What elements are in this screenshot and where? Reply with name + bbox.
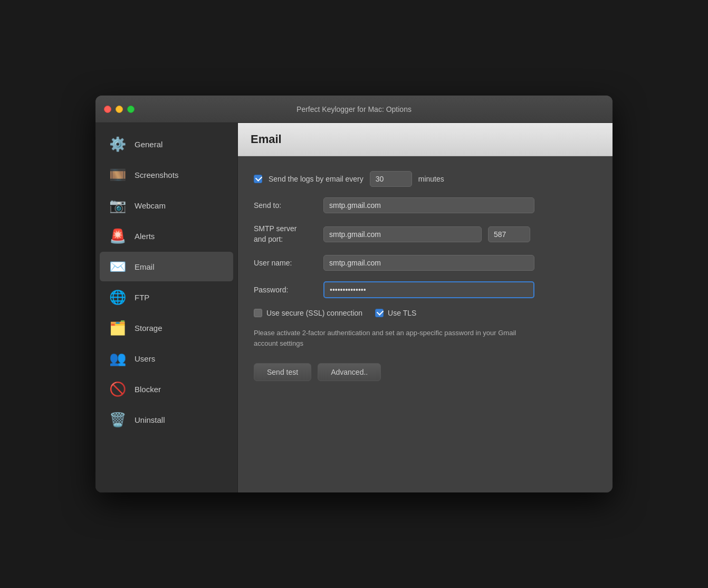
general-icon: ⚙️ bbox=[108, 135, 127, 154]
panel-title: Email bbox=[251, 132, 282, 146]
sidebar-label-blocker: Blocker bbox=[135, 385, 161, 394]
uninstall-icon: 🗑️ bbox=[108, 410, 127, 429]
users-icon: 👥 bbox=[108, 349, 127, 368]
sidebar-item-uninstall[interactable]: 🗑️Uninstall bbox=[100, 405, 233, 434]
window-title: Perfect Keylogger for Mac: Options bbox=[296, 105, 412, 113]
panel-header: Email bbox=[238, 123, 613, 156]
sidebar-item-email[interactable]: ✉️Email bbox=[100, 252, 233, 281]
sidebar-label-uninstall: Uninstall bbox=[135, 415, 165, 424]
password-row: Password: bbox=[254, 281, 597, 298]
sidebar: ⚙️General🎞️Screenshots📷Webcam🚨Alerts✉️Em… bbox=[95, 123, 238, 492]
send-to-row: Send to: bbox=[254, 197, 597, 213]
smtp-server-input[interactable] bbox=[323, 226, 482, 242]
sidebar-item-blocker[interactable]: 🚫Blocker bbox=[100, 374, 233, 404]
sidebar-item-webcam[interactable]: 📷Webcam bbox=[100, 191, 233, 220]
alerts-icon: 🚨 bbox=[108, 226, 127, 245]
sidebar-item-screenshots[interactable]: 🎞️Screenshots bbox=[100, 160, 233, 189]
traffic-lights bbox=[104, 106, 135, 113]
sidebar-label-ftp: FTP bbox=[135, 293, 149, 302]
ssl-label: Use secure (SSL) connection bbox=[266, 309, 362, 317]
sidebar-item-ftp[interactable]: 🌐FTP bbox=[100, 282, 233, 312]
storage-icon: 🗂️ bbox=[108, 318, 127, 337]
sidebar-label-users: Users bbox=[135, 354, 155, 363]
sidebar-label-webcam: Webcam bbox=[135, 201, 166, 210]
advanced-button[interactable]: Advanced.. bbox=[318, 363, 381, 381]
send-logs-row: Send the logs by email every minutes bbox=[254, 171, 597, 187]
sidebar-item-alerts[interactable]: 🚨Alerts bbox=[100, 221, 233, 251]
username-row: User name: bbox=[254, 255, 597, 271]
minimize-button[interactable] bbox=[116, 106, 123, 113]
sidebar-label-screenshots: Screenshots bbox=[135, 170, 178, 179]
webcam-icon: 📷 bbox=[108, 196, 127, 215]
tls-label: Use TLS bbox=[388, 309, 416, 317]
username-label: User name: bbox=[254, 259, 317, 267]
send-to-input[interactable] bbox=[323, 197, 534, 213]
send-logs-checkbox[interactable] bbox=[254, 175, 262, 183]
blocker-icon: 🚫 bbox=[108, 380, 127, 399]
content-area: ⚙️General🎞️Screenshots📷Webcam🚨Alerts✉️Em… bbox=[95, 123, 613, 492]
button-row: Send test Advanced.. bbox=[254, 363, 597, 381]
send-logs-label: Send the logs by email every bbox=[269, 175, 363, 183]
send-to-label: Send to: bbox=[254, 201, 317, 210]
interval-input[interactable] bbox=[370, 171, 412, 187]
fullscreen-button[interactable] bbox=[127, 106, 135, 113]
sidebar-label-alerts: Alerts bbox=[135, 232, 155, 241]
panel-body: Send the logs by email every minutes Sen… bbox=[238, 156, 613, 396]
email-icon: ✉️ bbox=[108, 257, 127, 276]
password-input[interactable] bbox=[323, 281, 534, 298]
ssl-checkbox-row: Use secure (SSL) connection bbox=[254, 309, 362, 317]
tls-checkbox[interactable] bbox=[375, 309, 384, 317]
sidebar-label-general: General bbox=[135, 140, 162, 149]
sidebar-item-general[interactable]: ⚙️General bbox=[100, 129, 233, 159]
ssl-tls-row: Use secure (SSL) connection Use TLS bbox=[254, 309, 597, 317]
close-button[interactable] bbox=[104, 106, 111, 113]
sidebar-label-email: Email bbox=[135, 262, 155, 271]
ftp-icon: 🌐 bbox=[108, 288, 127, 307]
sidebar-item-storage[interactable]: 🗂️Storage bbox=[100, 313, 233, 343]
minutes-label: minutes bbox=[418, 175, 444, 183]
app-window: Perfect Keylogger for Mac: Options ⚙️Gen… bbox=[95, 96, 613, 492]
smtp-row: SMTP serverand port: bbox=[254, 224, 597, 244]
screenshots-icon: 🎞️ bbox=[108, 165, 127, 184]
sidebar-item-users[interactable]: 👥Users bbox=[100, 344, 233, 373]
username-input[interactable] bbox=[323, 255, 534, 271]
password-label: Password: bbox=[254, 286, 317, 294]
main-panel: Email Send the logs by email every minut… bbox=[238, 123, 613, 492]
tls-checkbox-row: Use TLS bbox=[375, 309, 416, 317]
titlebar: Perfect Keylogger for Mac: Options bbox=[95, 96, 613, 123]
smtp-label: SMTP serverand port: bbox=[254, 224, 317, 244]
info-text: Please activate 2-factor authentication … bbox=[254, 328, 518, 348]
ssl-checkbox[interactable] bbox=[254, 309, 262, 317]
sidebar-label-storage: Storage bbox=[135, 324, 162, 333]
send-test-button[interactable]: Send test bbox=[254, 363, 311, 381]
smtp-port-input[interactable] bbox=[488, 226, 530, 242]
